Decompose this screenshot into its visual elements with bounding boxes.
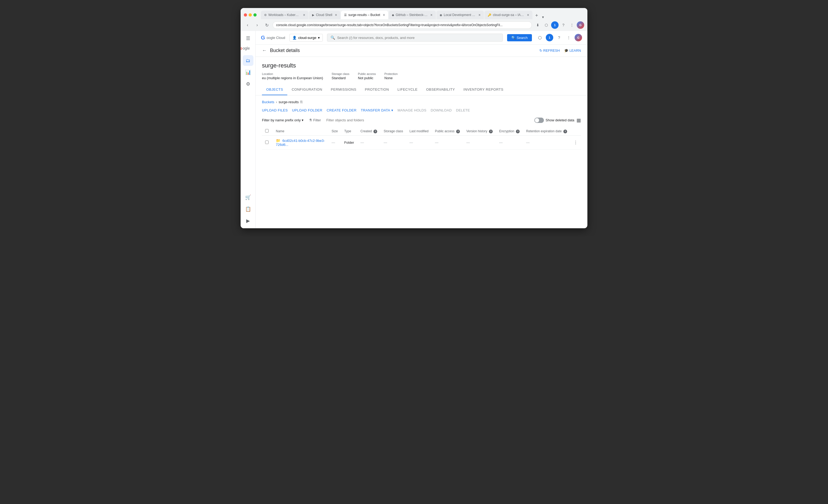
project-selector[interactable]: 👤 cloud-surge ▾ xyxy=(289,34,323,42)
tab-list-chevron[interactable]: ▾ xyxy=(542,15,544,19)
row-more-button[interactable]: ⋮ xyxy=(574,140,578,145)
tab-cloud-shell[interactable]: ▶ Cloud Shell × xyxy=(309,11,340,19)
tab-close-icon[interactable]: × xyxy=(527,13,529,17)
sidebar-docs-icon[interactable]: 📋 xyxy=(243,204,253,214)
tab-iam[interactable]: 🔑 cloud-surge-sa – IAM &... × xyxy=(485,11,532,19)
help-button[interactable]: ? xyxy=(555,34,563,41)
minimize-button[interactable] xyxy=(249,13,252,16)
bucket-title: surge-results xyxy=(262,62,581,69)
row-checkbox[interactable] xyxy=(265,140,268,144)
download-icon[interactable]: ⬇ xyxy=(534,21,541,29)
tab-close-icon[interactable]: × xyxy=(383,13,385,17)
sidebar-menu-icon[interactable]: ☰ xyxy=(243,33,253,44)
page-actions: ↻ REFRESH 🎓 LEARN xyxy=(539,48,581,52)
created-help-icon[interactable]: ? xyxy=(373,130,377,133)
row-size-cell: — xyxy=(328,136,341,150)
tab-local-dev[interactable]: ◉ Local Development (mi... × xyxy=(437,11,484,19)
tab-icon: ▶ xyxy=(312,13,314,17)
forward-button[interactable]: › xyxy=(253,21,261,29)
help-icon[interactable]: ? xyxy=(560,21,567,29)
tab-surge-results[interactable]: ☰ surge-results – Bucket × xyxy=(341,11,388,19)
tab-inventory[interactable]: INVENTORY REPORTS xyxy=(459,84,508,95)
filter-button[interactable]: ⚗ Filter xyxy=(307,117,323,124)
google-cloud-branding: G oogle Cloud xyxy=(261,35,285,41)
meta-storage-class: Storage class Standard xyxy=(332,72,349,80)
back-button[interactable]: ‹ xyxy=(244,21,251,29)
meta-value-location: eu (multiple regions in European Union) xyxy=(262,76,323,80)
menu-icon[interactable]: ⋮ xyxy=(568,21,576,29)
delete-button[interactable]: DELETE xyxy=(456,108,470,112)
filter-select[interactable]: Filter by name prefix only ▾ xyxy=(262,118,303,122)
tab-close-icon[interactable]: × xyxy=(479,13,481,17)
folder-link[interactable]: 6cd02c41-b0cb-47c2-9be3-726d6... xyxy=(276,139,325,147)
tab-permissions[interactable]: PERMISSIONS xyxy=(327,84,361,95)
sidebar-expand-icon[interactable]: ▶ xyxy=(243,215,253,226)
address-input[interactable] xyxy=(273,21,532,29)
browser-window: ⚙ Workloads – Kubernet... × ▶ Cloud Shel… xyxy=(241,8,587,228)
tab-objects[interactable]: OBJECTS xyxy=(262,84,287,95)
reload-button[interactable]: ↻ xyxy=(263,21,271,29)
meta-label-location: Location xyxy=(262,72,323,76)
new-tab-button[interactable]: + xyxy=(533,12,540,19)
breadcrumb-buckets[interactable]: Buckets xyxy=(262,100,274,104)
row-more-cell: ⋮ xyxy=(570,136,581,150)
tab-github[interactable]: ◆ GitHub – Steinbeck-Lab × xyxy=(389,11,436,19)
tab-close-icon[interactable]: × xyxy=(430,13,432,17)
sidebar-storage-icon[interactable]: 🗂 xyxy=(243,55,253,66)
header-name: Name xyxy=(273,127,328,136)
row-last-modified-cell: — xyxy=(406,136,431,150)
sidebar-analytics-icon[interactable]: 📊 xyxy=(243,67,253,78)
user-avatar[interactable]: G xyxy=(575,34,582,41)
cast-icon[interactable]: ⬡ xyxy=(543,21,550,29)
transfer-data-button[interactable]: TRANSFER DATA ▾ xyxy=(361,108,394,112)
header-storage-class: Storage class xyxy=(380,127,406,136)
close-button[interactable] xyxy=(244,13,247,16)
notifications-badge[interactable]: 1 xyxy=(551,21,558,29)
refresh-button[interactable]: ↻ REFRESH xyxy=(539,48,560,52)
create-folder-button[interactable]: CREATE FOLDER xyxy=(327,108,357,112)
maximize-button[interactable] xyxy=(253,13,257,16)
header-retention: Retention expiration date ? xyxy=(523,127,570,136)
retention-help-icon[interactable]: ? xyxy=(564,130,567,133)
search-button[interactable]: 🔍 Search xyxy=(507,34,532,41)
window-controls xyxy=(244,13,257,16)
row-version-cell: — xyxy=(463,136,496,150)
tab-lifecycle[interactable]: LIFECYCLE xyxy=(393,84,422,95)
row-type-cell: Folder xyxy=(341,136,357,150)
select-all-checkbox[interactable] xyxy=(265,129,268,132)
tab-protection[interactable]: PROTECTION xyxy=(361,84,393,95)
grid-view-icon[interactable]: ▦ xyxy=(576,117,581,123)
folder-icon: 📁 xyxy=(276,138,280,143)
learn-button[interactable]: 🎓 LEARN xyxy=(564,48,581,52)
more-options-button[interactable]: ⋮ xyxy=(565,34,573,41)
search-input[interactable] xyxy=(337,36,499,40)
sidebar-marketplace-icon[interactable]: 🛒 xyxy=(243,192,253,203)
filter-bar: Filter by name prefix only ▾ ⚗ Filter xyxy=(262,117,581,124)
header-last-modified: Last modified xyxy=(406,127,431,136)
profile-avatar[interactable]: G xyxy=(577,21,584,29)
notifications-count[interactable]: 1 xyxy=(546,34,553,41)
filter-input[interactable] xyxy=(326,118,531,122)
upload-files-button[interactable]: UPLOAD FILES xyxy=(262,108,288,112)
public-access-help-icon[interactable]: ? xyxy=(456,130,460,133)
encryption-help-icon[interactable]: ? xyxy=(516,130,520,133)
toggle-switch[interactable] xyxy=(534,118,544,123)
manage-holds-button[interactable]: MANAGE HOLDS xyxy=(398,108,426,112)
tab-observability[interactable]: OBSERVABILITY xyxy=(422,84,459,95)
back-button[interactable]: ← xyxy=(262,48,267,53)
version-help-icon[interactable]: ? xyxy=(489,130,493,133)
terminal-icon[interactable]: ⬡ xyxy=(536,34,544,41)
tab-close-icon[interactable]: × xyxy=(335,13,337,17)
copy-icon[interactable]: ⎘ xyxy=(300,100,302,104)
objects-table: Name Size Type Created ? Storage class L… xyxy=(262,127,581,150)
show-deleted-label: Show deleted data xyxy=(545,118,574,122)
download-button[interactable]: DOWNLOAD xyxy=(430,108,452,112)
sidebar-settings-icon[interactable]: ⚙ xyxy=(243,79,253,89)
row-created-cell: — xyxy=(357,136,380,150)
tab-icon: 🔑 xyxy=(488,13,491,17)
tab-configuration[interactable]: CONFIGURATION xyxy=(287,84,327,95)
tab-workloads[interactable]: ⚙ Workloads – Kubernet... × xyxy=(261,11,308,19)
row-retention-cell: — xyxy=(523,136,570,150)
upload-folder-button[interactable]: UPLOAD FOLDER xyxy=(292,108,323,112)
tab-close-icon[interactable]: × xyxy=(303,13,305,17)
